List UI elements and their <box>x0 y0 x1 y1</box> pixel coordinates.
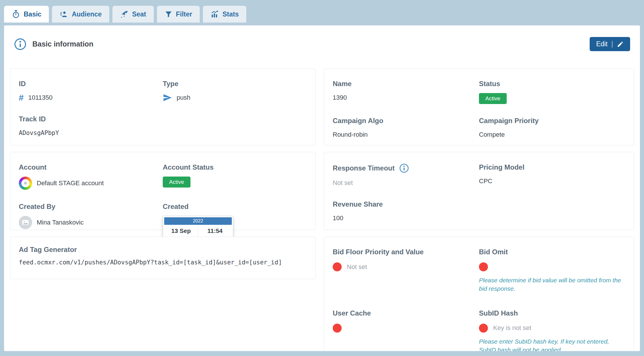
field-type: Type push <box>163 80 307 102</box>
field-id: ID # 1011350 <box>19 80 163 102</box>
tab-stats[interactable]: Stats <box>203 6 246 23</box>
pencil-icon <box>617 41 624 48</box>
page: Basic Audience Seat <box>0 0 644 356</box>
subid-hash-label: SubID Hash <box>479 309 625 317</box>
pricing-model-value: CPC <box>479 177 625 186</box>
field-campaign-priority: Campaign Priority Compete <box>479 117 625 139</box>
account-value: Default STAGE account <box>37 179 104 187</box>
revenue-share-label: Revenue Share <box>333 200 479 208</box>
user-cache-label: User Cache <box>333 309 479 317</box>
avatar-photo-icon <box>19 216 32 229</box>
response-timeout-value: Not set <box>333 178 479 188</box>
tab-stats-label: Stats <box>223 10 239 18</box>
tab-filter[interactable]: Filter <box>157 6 200 23</box>
field-created-by: Created By Mina Tanaskovic <box>19 203 163 237</box>
card-bid-settings: Bid Floor Priority and Value Not set Bid… <box>324 237 634 351</box>
tab-bar: Basic Audience Seat <box>0 0 644 23</box>
track-id-value: ADovsgAPbpY <box>19 128 163 138</box>
account-status-badge: Active <box>163 177 190 188</box>
stopwatch-icon <box>12 10 20 18</box>
info-icon <box>14 38 27 51</box>
paper-plane-icon <box>163 93 172 102</box>
response-timeout-label: Response Timeout <box>333 164 395 172</box>
field-created: Created 2022 13 Sep 11:54 <box>163 203 307 237</box>
bid-floor-value: Not set <box>347 263 367 271</box>
bar-chart-icon <box>210 10 219 18</box>
type-value: push <box>177 94 190 101</box>
subid-hash-value: Key is not set <box>493 324 531 332</box>
basic-info-panel: Basic information Edit | ID # 1011350 <box>4 25 640 351</box>
red-dot-icon <box>333 262 342 271</box>
info-icon[interactable] <box>399 163 409 173</box>
account-label: Account <box>19 163 163 171</box>
red-dot-icon <box>479 324 488 333</box>
name-value: 1390 <box>333 93 479 102</box>
tab-audience-label: Audience <box>72 10 102 18</box>
field-account: Account Default STAGE account <box>19 163 163 190</box>
card-response: Response Timeout Not set Pricing Model C… <box>324 152 634 230</box>
bid-omit-note: Please determine if bid value will be om… <box>479 276 623 293</box>
edit-divider: | <box>611 40 613 48</box>
type-label: Type <box>163 80 307 88</box>
ad-tag-label: Ad Tag Generator <box>19 246 307 254</box>
field-revenue-share: Revenue Share 100 <box>333 200 479 223</box>
edit-button[interactable]: Edit | <box>590 37 630 51</box>
panel-header: Basic information Edit | <box>10 25 634 68</box>
tab-basic-label: Basic <box>24 10 41 18</box>
audience-icon <box>60 10 68 18</box>
created-year: 2022 <box>164 217 232 225</box>
field-account-status: Account Status Active <box>163 163 307 190</box>
field-track-id: Track ID ADovsgAPbpY <box>19 115 163 138</box>
tab-seat[interactable]: Seat <box>112 6 154 23</box>
status-badge: Active <box>479 93 507 104</box>
pricing-model-label: Pricing Model <box>479 163 625 171</box>
field-subid-hash: SubID Hash Key is not set Please enter S… <box>479 309 625 351</box>
created-by-label: Created By <box>19 203 163 211</box>
tab-basic[interactable]: Basic <box>4 6 49 23</box>
field-response-timeout: Response Timeout Not set <box>333 163 479 188</box>
card-name-status: Name 1390 Status Active Campaign Algo Ro… <box>324 68 634 145</box>
campaign-algo-value: Round-robin <box>333 130 479 139</box>
red-dot-icon <box>479 262 488 271</box>
field-campaign-algo: Campaign Algo Round-robin <box>333 117 479 139</box>
created-time: 11:54 <box>198 225 232 236</box>
tab-audience[interactable]: Audience <box>52 6 109 23</box>
edit-button-label: Edit <box>596 40 608 48</box>
created-date-widget: 2022 13 Sep 11:54 <box>163 216 233 237</box>
card-ad-tag: Ad Tag Generator feed.ocmxr.com/v1/pushe… <box>10 237 316 279</box>
bid-floor-label: Bid Floor Priority and Value <box>333 248 479 256</box>
field-status: Status Active <box>479 80 625 104</box>
ad-tag-value: feed.ocmxr.com/v1/pushes/ADovsgAPbpY?tas… <box>19 259 307 266</box>
name-label: Name <box>333 80 479 88</box>
color-ring-icon <box>19 177 32 190</box>
campaign-priority-label: Campaign Priority <box>479 117 625 125</box>
funnel-icon <box>164 10 173 18</box>
tab-filter-label: Filter <box>176 10 192 18</box>
bid-omit-label: Bid Omit <box>479 248 625 256</box>
card-basic-identity: ID # 1011350 Type push <box>10 68 316 145</box>
field-bid-floor: Bid Floor Priority and Value Not set <box>333 248 479 293</box>
field-name: Name 1390 <box>333 80 479 104</box>
campaign-algo-label: Campaign Algo <box>333 117 479 125</box>
track-id-label: Track ID <box>19 115 163 123</box>
status-label: Status <box>479 80 625 88</box>
subid-hash-note: Please enter SubID hash key. If key not … <box>479 337 623 351</box>
red-dot-icon <box>333 324 342 333</box>
tab-seat-label: Seat <box>132 10 146 18</box>
hash-icon: # <box>19 93 24 102</box>
created-by-value: Mina Tanaskovic <box>37 219 84 226</box>
cards-grid: ID # 1011350 Type push <box>10 68 634 351</box>
created-label: Created <box>163 203 307 211</box>
field-bid-omit: Bid Omit Please determine if bid value w… <box>479 248 625 293</box>
id-label: ID <box>19 80 163 88</box>
card-account: Account Default STAGE account Account St… <box>10 152 316 230</box>
id-value: 1011350 <box>28 94 53 101</box>
page-title: Basic information <box>32 40 93 48</box>
field-user-cache: User Cache <box>333 309 479 351</box>
campaign-priority-value: Compete <box>479 130 625 139</box>
created-date: 13 Sep <box>164 225 198 236</box>
field-pricing-model: Pricing Model CPC <box>479 163 625 188</box>
revenue-share-value: 100 <box>333 214 479 223</box>
rocket-icon <box>120 10 129 18</box>
account-status-label: Account Status <box>163 163 307 171</box>
